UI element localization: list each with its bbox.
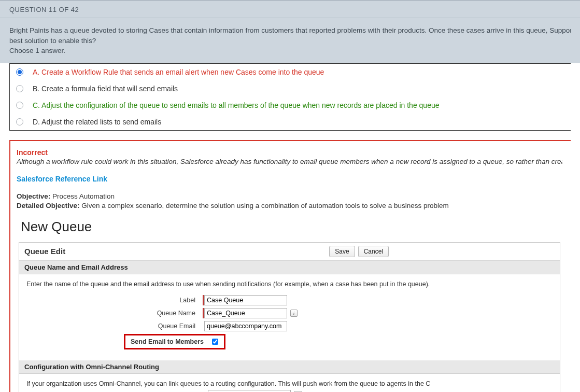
answers-block: A. Create a Workflow Rule that sends an … [9,63,571,131]
send-email-checkbox[interactable] [212,339,218,345]
radio-icon[interactable] [16,85,23,92]
feedback-title: Incorrect [17,148,562,157]
queue-email-row: Queue Email [26,321,553,331]
label-input[interactable] [204,295,287,305]
cancel-button[interactable]: Cancel [358,246,389,257]
queue-name-label: Queue Name [26,310,203,317]
radio-icon[interactable] [16,118,23,125]
send-email-row: Send Email to Members [26,334,553,349]
answer-c[interactable]: C. Adjust the configuration of the queue… [10,97,571,114]
question-header: QUESTION 11 OF 42 [0,1,580,18]
section2-text: If your organization uses Omni-Channel, … [26,380,553,387]
info-icon[interactable]: i [290,310,298,317]
embedded-screenshot: New Queue Queue Edit Save Cancel Queue N… [17,219,562,392]
answer-a-label: A. Create a Workflow Rule that sends an … [33,68,324,76]
routing-input[interactable] [208,390,291,392]
section-header: Queue Name and Email Address [19,261,560,274]
feedback-panel: Incorrect Although a workflow rule could… [9,140,571,392]
section-intro: Enter the name of the queue and the emai… [26,281,553,288]
objective-line: Objective: Process Automation [17,192,562,200]
answer-a[interactable]: A. Create a Workflow Rule that sends an … [10,64,571,80]
panel-title: Queue Edit [24,247,65,256]
queue-email-input[interactable] [204,321,287,331]
label-field-label: Label [26,297,203,304]
answer-b[interactable]: B. Create a formula field that will send… [10,80,571,97]
radio-icon[interactable] [16,102,23,109]
queue-email-label: Queue Email [26,323,203,330]
send-email-highlight: Send Email to Members [124,334,225,349]
queue-name-row: Queue Name i [26,308,553,318]
queue-name-input[interactable] [204,308,287,318]
feedback-explanation: Although a workflow rule could work in t… [17,158,562,165]
send-email-label: Send Email to Members [128,337,207,346]
reference-link[interactable]: Salesforce Reference Link [17,175,562,183]
page-title: New Queue [21,219,560,235]
answer-c-label: C. Adjust the configuration of the queue… [33,101,440,109]
save-button[interactable]: Save [329,246,355,257]
answer-b-label: B. Create a formula field that will send… [33,85,178,93]
radio-selected-icon[interactable] [16,68,23,76]
answer-d[interactable]: D. Adjust the related lists to send emai… [10,114,571,130]
detailed-objective-line: Detailed Objective: Given a complex scen… [17,202,562,209]
question-text: Bright Paints has a queue devoted to sto… [0,18,580,56]
label-row: Label [26,295,553,305]
answer-d-label: D. Adjust the related lists to send emai… [33,118,161,126]
section-header-2: Configuration with Omni-Channel Routing [19,360,560,374]
